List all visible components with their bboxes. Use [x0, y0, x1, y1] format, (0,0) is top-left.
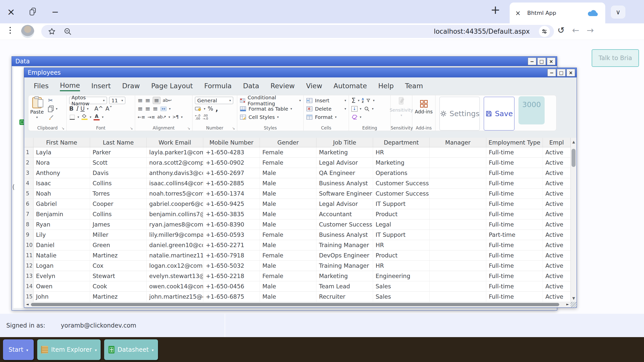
cell[interactable]: +1-650-6875: [203, 292, 260, 302]
cell[interactable]: +1-650-7918: [203, 250, 260, 261]
ribbon-tab-review[interactable]: Review: [270, 82, 295, 91]
cell[interactable]: HR: [373, 240, 430, 250]
browser-minimize-icon[interactable]: −: [52, 0, 59, 23]
cell[interactable]: evelyn.stewart13@c: [147, 271, 203, 281]
cell[interactable]: Full-time: [486, 178, 543, 189]
cell[interactable]: Product: [373, 250, 430, 261]
paste-button[interactable]: Paste ▾: [28, 96, 46, 121]
cell[interactable]: [430, 281, 486, 292]
shrink-font-button[interactable]: Aˇ: [105, 106, 112, 112]
fill-down-icon[interactable]: ↓: [351, 106, 357, 112]
cell[interactable]: Cooper: [90, 199, 147, 209]
cell[interactable]: Training Manager: [316, 261, 373, 271]
cell[interactable]: +1-650-0456: [203, 281, 260, 292]
horizontal-scrollbar[interactable]: ◄ ►: [24, 302, 571, 307]
cell[interactable]: Marketing: [316, 147, 373, 158]
cell[interactable]: gabriel.cooper6@c: [147, 199, 203, 209]
cell[interactable]: Active: [543, 147, 571, 158]
tab-list-button[interactable]: ∨: [611, 6, 625, 19]
dropdown-icon[interactable]: ▾: [102, 115, 104, 119]
cell[interactable]: Noah: [33, 189, 90, 199]
cell[interactable]: Active: [543, 261, 571, 271]
cell[interactable]: Female: [260, 250, 316, 261]
cell[interactable]: Male: [260, 261, 316, 271]
cell[interactable]: Customer Success: [316, 219, 373, 230]
cell[interactable]: noah.torres5@com: [147, 189, 203, 199]
cell[interactable]: +1-650-2885: [203, 178, 260, 189]
cell[interactable]: Active: [543, 271, 571, 281]
row-number[interactable]: 2: [24, 158, 33, 168]
bold-button[interactable]: B: [69, 106, 74, 112]
cell[interactable]: [430, 189, 486, 199]
sort-filter-button[interactable]: AZ: [362, 98, 364, 103]
ribbon-tab-formula[interactable]: Formula: [204, 82, 232, 91]
browser-restore-icon[interactable]: [30, 8, 36, 15]
cell[interactable]: Male: [260, 281, 316, 292]
ribbon-tab-help[interactable]: Help: [378, 82, 394, 91]
conditional-formatting-button[interactable]: Conditional Formatting▾: [237, 96, 303, 105]
cell[interactable]: logan.cox12@comp: [147, 261, 203, 271]
cell[interactable]: Scott: [90, 158, 147, 168]
cell[interactable]: +1-650-2271: [203, 240, 260, 250]
cell[interactable]: Male: [260, 292, 316, 302]
cell[interactable]: +1-650-9425: [203, 199, 260, 209]
cell[interactable]: Male: [260, 189, 316, 199]
cell[interactable]: Product: [373, 209, 430, 219]
cell[interactable]: Owen: [33, 281, 90, 292]
underline-button[interactable]: U: [80, 106, 85, 112]
cell[interactable]: [430, 219, 486, 230]
talk-to-bria-button[interactable]: Talk to Bria: [592, 49, 639, 67]
cell[interactable]: Full-time: [486, 240, 543, 250]
site-settings-button[interactable]: [539, 26, 550, 37]
column-header[interactable]: Work Email: [147, 138, 203, 147]
column-header[interactable]: Mobile Number: [203, 138, 260, 147]
cell[interactable]: DevOps Engineer: [316, 250, 373, 261]
cell[interactable]: Nora: [33, 158, 90, 168]
cell[interactable]: Parker: [90, 147, 147, 158]
increase-decimal-button[interactable]: ←.0.00: [195, 114, 200, 120]
cell[interactable]: Full-time: [486, 219, 543, 230]
cell[interactable]: Accountant: [316, 209, 373, 219]
autosum-button[interactable]: Σ: [351, 97, 355, 104]
cell[interactable]: James: [90, 219, 147, 230]
cell[interactable]: Layla: [33, 147, 90, 158]
column-header[interactable]: Gender: [260, 138, 316, 147]
align-center-button[interactable]: ≡: [145, 106, 150, 112]
profile-avatar[interactable]: [21, 25, 34, 38]
cell[interactable]: Sales: [373, 292, 430, 302]
fill-color-button[interactable]: [82, 114, 88, 120]
cell[interactable]: Ryan: [33, 219, 90, 230]
dropdown-icon[interactable]: ▾: [169, 115, 170, 119]
cell[interactable]: Collins: [90, 209, 147, 219]
row-number[interactable]: 5: [24, 189, 33, 199]
accounting-format-icon[interactable]: [195, 106, 202, 111]
cell[interactable]: Lily: [33, 230, 90, 240]
cell[interactable]: Female: [260, 230, 316, 240]
dropdown-icon[interactable]: ▾: [169, 107, 171, 111]
cell[interactable]: Software Engineer: [316, 189, 373, 199]
comma-style-button[interactable]: ,: [215, 105, 218, 112]
ribbon-tab-insert[interactable]: Insert: [91, 82, 111, 91]
format-cells-button[interactable]: Format▾: [304, 113, 349, 121]
row-number[interactable]: 6: [24, 199, 33, 209]
cell[interactable]: Active: [543, 292, 571, 302]
browser-tab[interactable]: × Bhtml App: [510, 3, 605, 23]
column-header[interactable]: Manager: [430, 138, 486, 147]
cell[interactable]: Operations: [373, 168, 430, 178]
ribbon-tab-files[interactable]: Files: [34, 82, 49, 91]
cell[interactable]: Customer Success: [373, 189, 430, 199]
cell[interactable]: Martinez: [90, 292, 147, 302]
dropdown-icon[interactable]: ▾: [204, 107, 206, 111]
cell[interactable]: owen.cook14@com: [147, 281, 203, 292]
cell[interactable]: Active: [543, 178, 571, 189]
cell[interactable]: Male: [260, 168, 316, 178]
cell[interactable]: [430, 250, 486, 261]
minimize-button[interactable]: −: [547, 69, 556, 76]
find-select-icon[interactable]: [364, 106, 370, 112]
cell[interactable]: Martinez: [90, 250, 147, 261]
row-number[interactable]: 3: [24, 168, 33, 178]
cell[interactable]: Marketing: [373, 158, 430, 168]
bookmark-star-icon[interactable]: [48, 27, 56, 36]
cell[interactable]: Collins: [90, 178, 147, 189]
align-left-button[interactable]: ≡: [138, 106, 143, 112]
